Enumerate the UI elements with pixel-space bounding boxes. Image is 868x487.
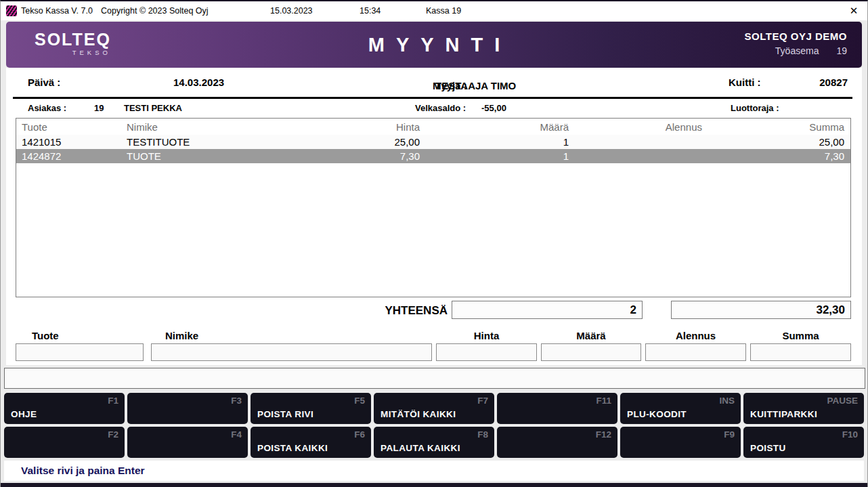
key-hint: F10	[842, 429, 858, 440]
f9-button[interactable]: F9	[620, 427, 741, 458]
alennus-input[interactable]	[645, 343, 746, 361]
header-right-info: SOLTEQ OYJ DEMO Työasema19	[745, 30, 847, 56]
receipt-label: Kuitti :	[729, 77, 760, 88]
entry-label-hinta: Hinta	[436, 330, 537, 341]
cell-maara: 1	[422, 136, 571, 148]
button-label: POISTA KAIKKI	[257, 443, 328, 453]
cell-summa: 7,30	[705, 150, 850, 162]
sales-table: Tuote Nimike Hinta Määrä Alennus Summa 1…	[16, 118, 851, 297]
col-header-maara: Määrä	[422, 121, 571, 133]
button-label: PLU-KOODIT	[627, 409, 687, 419]
maara-input[interactable]	[541, 343, 641, 361]
screen-header: SOLTEQ TEKSO MYYNTI SOLTEQ OYJ DEMO Työa…	[6, 22, 862, 68]
key-hint: INS	[719, 396, 735, 406]
system-date: 15.03.2023	[270, 6, 313, 16]
status-message: Valitse rivi ja paina Enter	[21, 465, 145, 477]
ohje-button[interactable]: F1OHJE	[4, 393, 125, 424]
receipt-info-row: Päivä : 14.03.2023 Myyjä : TESTAAJA TIMO…	[6, 73, 862, 93]
key-hint: F11	[596, 396, 611, 406]
company-name: SOLTEQ OYJ DEMO	[745, 30, 847, 42]
customer-name: TESTI PEKKA	[124, 103, 182, 113]
cell-hinta: 7,30	[318, 150, 422, 162]
key-hint: F7	[477, 396, 488, 406]
debt-value: -55,00	[481, 103, 506, 113]
poista-kaikki-button[interactable]: F6POISTA KAIKKI	[251, 427, 371, 458]
key-hint: F6	[354, 429, 365, 440]
total-sum-field: 32,30	[671, 301, 851, 319]
col-header-alennus: Alennus	[571, 121, 705, 133]
function-key-row-2: F2 F4 F6POISTA KAIKKI F8PALAUTA KAIKKI F…	[4, 427, 864, 458]
f12-button[interactable]: F12	[497, 427, 617, 458]
entry-label-maara: Määrä	[541, 330, 641, 341]
palauta-kaikki-button[interactable]: F8PALAUTA KAIKKI	[374, 427, 494, 458]
cell-tuote: 1421015	[16, 136, 121, 148]
seller-value: TESTAAJA TIMO	[435, 80, 516, 91]
entry-label-tuote: Tuote	[32, 330, 59, 341]
cell-nimike: TUOTE	[121, 150, 318, 162]
plu-koodit-button[interactable]: INSPLU-KOODIT	[620, 393, 741, 424]
mitatoi-kaikki-button[interactable]: F7MITÄTÖI KAIKKI	[374, 393, 494, 424]
summa-input[interactable]	[750, 343, 851, 361]
f2-button[interactable]: F2	[4, 427, 125, 458]
table-row[interactable]: 1421015 TESTITUOTE 25,00 1 25,00	[16, 135, 850, 149]
register-id: Kassa 19	[426, 6, 461, 16]
sales-table-header: Tuote Nimike Hinta Määrä Alennus Summa	[16, 119, 850, 135]
key-hint: F9	[724, 429, 735, 440]
customer-number: 19	[94, 103, 104, 113]
window-title: Tekso Kassa V. 7.0	[21, 6, 93, 16]
button-label: MITÄTÖI KAIKKI	[381, 409, 456, 419]
workstation-info: Työasema19	[745, 45, 847, 56]
page-title: MYYNTI	[6, 34, 862, 56]
header-divider	[13, 97, 852, 99]
cell-hinta: 25,00	[318, 136, 422, 148]
close-icon[interactable]: ✕	[840, 1, 867, 20]
debt-label: Velkasaldo :	[415, 103, 466, 113]
key-hint: F5	[354, 396, 365, 406]
total-label: YHTEENSÄ	[331, 301, 448, 320]
copyright-text: Copyright © 2023 Solteq Oyj	[101, 6, 209, 16]
tuote-input[interactable]	[16, 343, 144, 361]
f11-button[interactable]: F11	[497, 393, 617, 424]
button-label: PALAUTA KAIKKI	[381, 443, 460, 453]
button-label: POISTU	[750, 443, 786, 453]
nimike-input[interactable]	[151, 343, 432, 361]
col-header-tuote: Tuote	[16, 121, 121, 133]
total-quantity-field: 2	[452, 301, 643, 319]
entry-label-summa: Summa	[750, 330, 851, 341]
button-label: POISTA RIVI	[257, 409, 313, 419]
cell-maara: 1	[422, 150, 571, 162]
key-hint: F2	[108, 429, 118, 440]
button-label: OHJE	[11, 409, 37, 419]
col-header-nimike: Nimike	[121, 121, 318, 133]
poistu-button[interactable]: F10POISTU	[743, 427, 864, 458]
kuittiparkki-button[interactable]: PAUSEKUITTIPARKKI	[743, 393, 864, 424]
customer-row: Asiakas : 19 TESTI PEKKA Velkasaldo : -5…	[6, 101, 862, 116]
key-hint: F12	[596, 429, 611, 440]
f4-button[interactable]: F4	[127, 427, 248, 458]
key-hint: F8	[477, 429, 488, 440]
bottom-accent-strip	[1, 483, 867, 487]
customer-label: Asiakas :	[28, 103, 66, 113]
system-time: 15:34	[360, 6, 381, 16]
app-window: Tekso Kassa V. 7.0 Copyright © 2023 Solt…	[0, 0, 868, 487]
hinta-input[interactable]	[436, 343, 537, 361]
cell-tuote: 1424872	[16, 150, 121, 162]
function-key-row-1: F1OHJE F3 F5POISTA RIVI F7MITÄTÖI KAIKKI…	[4, 393, 864, 424]
cell-summa: 25,00	[705, 136, 850, 148]
status-bar: Valitse rivi ja paina Enter	[4, 461, 864, 481]
workstation-number: 19	[836, 45, 847, 56]
main-panel: Päivä : 14.03.2023 Myyjä : TESTAAJA TIMO…	[6, 68, 862, 365]
entry-label-alennus: Alennus	[645, 330, 746, 341]
key-hint: F4	[231, 429, 242, 440]
workstation-label: Työasema	[775, 45, 819, 56]
f3-button[interactable]: F3	[127, 393, 248, 424]
col-header-hinta: Hinta	[318, 121, 422, 133]
title-bar: Tekso Kassa V. 7.0 Copyright © 2023 Solt…	[1, 1, 867, 20]
app-logo-icon	[6, 5, 17, 16]
command-input[interactable]	[4, 368, 865, 389]
entry-label-nimike: Nimike	[165, 330, 198, 341]
poista-rivi-button[interactable]: F5POISTA RIVI	[251, 393, 371, 424]
button-label: KUITTIPARKKI	[750, 409, 817, 419]
table-row-selected[interactable]: 1424872 TUOTE 7,30 1 7,30	[16, 149, 850, 163]
receipt-number: 20827	[819, 77, 848, 88]
